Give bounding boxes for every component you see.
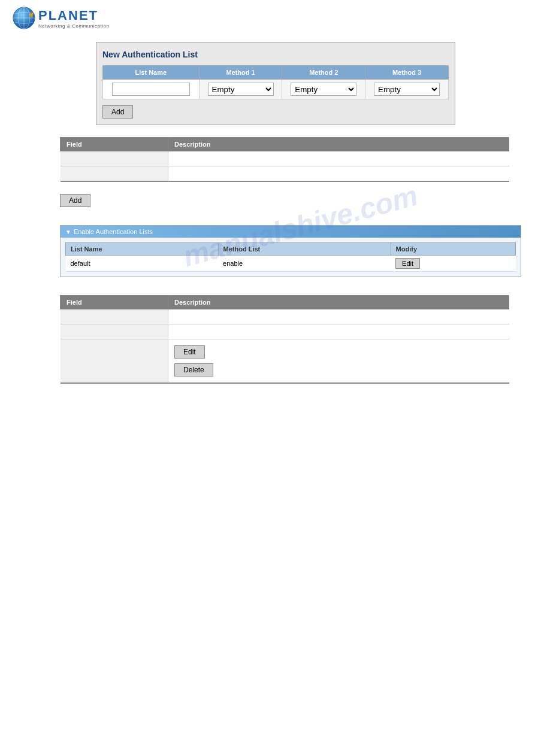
bottom-row1-desc bbox=[168, 309, 509, 324]
bottom-col-field: Field bbox=[61, 296, 168, 309]
main-content: New Authentication List List Name Method… bbox=[0, 36, 535, 402]
col-method1: Method 1 bbox=[199, 66, 282, 80]
auth-add-button[interactable]: Add bbox=[102, 105, 133, 119]
enable-auth-table: List Name Method List Modify default ena… bbox=[65, 242, 516, 272]
logo: PLANET Networking & Communication bbox=[12, 6, 109, 30]
enable-auth-inner: List Name Method List Modify default ena… bbox=[61, 238, 521, 277]
table-row bbox=[61, 324, 509, 339]
bottom-row2-field bbox=[61, 324, 168, 339]
edit-button[interactable]: Edit bbox=[174, 345, 205, 359]
enable-auth-row: default enable Edit bbox=[66, 256, 516, 272]
table-row: Edit Delete bbox=[61, 339, 509, 384]
enable-auth-row-method-list: enable bbox=[218, 256, 391, 272]
auth-form-table: List Name Method 1 Method 2 Method 3 Emp… bbox=[102, 65, 449, 99]
col-method3: Method 3 bbox=[365, 66, 449, 80]
standalone-add-button[interactable]: Add bbox=[60, 194, 90, 207]
auth-form-row: Empty local radius tacacs Empty local ra… bbox=[103, 80, 449, 99]
header: PLANET Networking & Communication bbox=[0, 0, 535, 36]
delete-button[interactable]: Delete bbox=[174, 363, 213, 377]
list-name-input[interactable] bbox=[112, 83, 190, 96]
info-table-1-col-field: Field bbox=[61, 138, 168, 151]
method3-select[interactable]: Empty local radius tacacs bbox=[374, 83, 440, 96]
table-row bbox=[61, 166, 509, 182]
bottom-row2-desc bbox=[168, 324, 509, 339]
col-list-name: List Name bbox=[103, 66, 200, 80]
table-row bbox=[61, 309, 509, 324]
auth-list-title: New Authentication List bbox=[102, 48, 449, 60]
enable-auth-edit-button[interactable]: Edit bbox=[395, 258, 420, 269]
enable-auth-row-modify: Edit bbox=[391, 256, 515, 272]
logo-planet-label: PLANET bbox=[38, 8, 109, 23]
bottom-row3-field bbox=[61, 339, 168, 384]
standalone-add-container: Add bbox=[60, 194, 511, 207]
bottom-info-table: Field Description Edit Delete bbox=[60, 295, 509, 384]
enable-auth-panel-header: ▼ Enable Authentication Lists bbox=[61, 226, 521, 238]
bottom-row1-field bbox=[61, 309, 168, 324]
info-row2-field bbox=[61, 166, 168, 182]
enable-auth-panel-title: Enable Authentication Lists bbox=[74, 228, 153, 235]
enable-auth-col-modify: Modify bbox=[391, 243, 515, 256]
auth-list-box: New Authentication List List Name Method… bbox=[96, 42, 455, 125]
logo-subtitle-label: Networking & Communication bbox=[38, 23, 109, 29]
enable-auth-panel: ▼ Enable Authentication Lists List Name … bbox=[60, 225, 521, 277]
bottom-row3-desc: Edit Delete bbox=[168, 339, 509, 384]
enable-auth-col-method-list: Method List bbox=[218, 243, 391, 256]
enable-auth-col-list-name: List Name bbox=[66, 243, 219, 256]
panel-arrow-icon: ▼ bbox=[65, 229, 71, 235]
info-row1-desc bbox=[168, 151, 509, 166]
col-method2: Method 2 bbox=[282, 66, 365, 80]
logo-text: PLANET Networking & Communication bbox=[38, 8, 109, 29]
method2-select[interactable]: Empty local radius tacacs bbox=[291, 83, 356, 96]
globe-icon bbox=[12, 6, 36, 30]
info-table-1-col-description: Description bbox=[168, 138, 509, 151]
info-row2-desc bbox=[168, 166, 509, 182]
info-row1-field bbox=[61, 151, 168, 166]
table-row bbox=[61, 151, 509, 166]
enable-auth-row-list-name: default bbox=[66, 256, 219, 272]
info-table-1: Field Description bbox=[60, 137, 509, 182]
bottom-col-description: Description bbox=[168, 296, 509, 309]
method1-select[interactable]: Empty local radius tacacs bbox=[208, 83, 274, 96]
